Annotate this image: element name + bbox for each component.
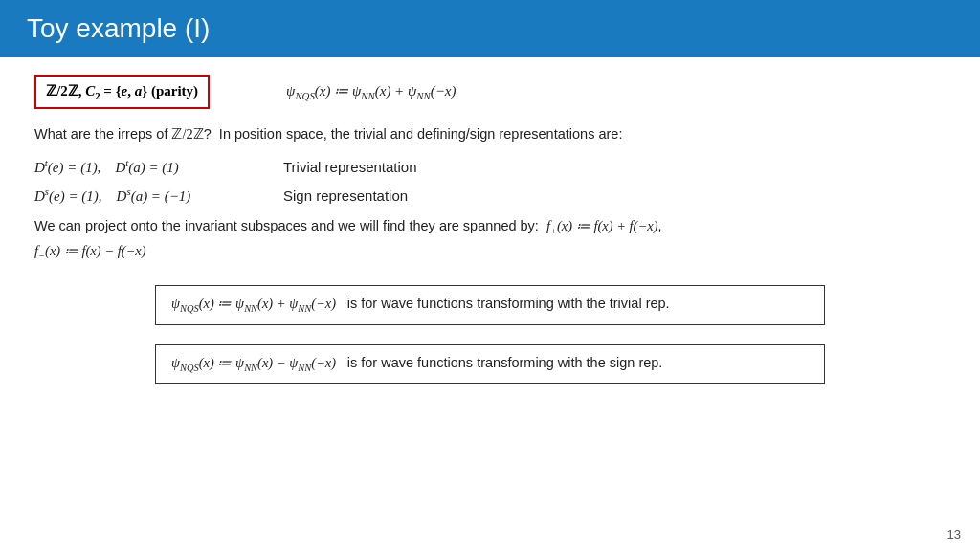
irreps-intro: What are the irreps of ℤ/2ℤ? In position… [34, 124, 946, 145]
slide-header: Toy example (I) [0, 0, 980, 57]
group-math: ℤ/2ℤ, C2 = {e, a} (parity) [46, 83, 198, 99]
slide-content: ℤ/2ℤ, C2 = {e, a} (parity) ψNQS(x) ≔ ψNN… [0, 57, 980, 399]
group-label-box: ℤ/2ℤ, C2 = {e, a} (parity) [34, 75, 210, 109]
trivial-rep-label: Trivial representation [283, 157, 417, 179]
sign-rep-line: Ds(e) = (1), Ds(a) = (−1) Sign represent… [34, 184, 946, 208]
trivial-rep-box: ψNQS(x) ≔ ψNN(x) + ψNN(−x) is for wave f… [155, 285, 825, 325]
invariant-subspaces-paragraph: We can project onto the invariant subspa… [34, 215, 915, 264]
boxed-results: ψNQS(x) ≔ ψNN(x) + ψNN(−x) is for wave f… [34, 279, 946, 389]
top-formula: ψNQS(x) ≔ ψNN(x) + ψNN(−x) [286, 80, 456, 103]
sign-rep-math: Ds(e) = (1), Ds(a) = (−1) [34, 184, 255, 208]
sign-rep-box: ψNQS(x) ≔ ψNN(x) − ψNN(−x) is for wave f… [155, 344, 825, 385]
page-number: 13 [947, 527, 961, 541]
slide-title: Toy example (I) [27, 13, 210, 43]
sign-rep-label: Sign representation [283, 186, 408, 208]
top-row: ℤ/2ℤ, C2 = {e, a} (parity) ψNQS(x) ≔ ψNN… [34, 75, 946, 109]
trivial-rep-math: Dt(e) = (1), Dt(a) = (1) [34, 155, 255, 179]
trivial-rep-line: Dt(e) = (1), Dt(a) = (1) Trivial represe… [34, 155, 946, 179]
